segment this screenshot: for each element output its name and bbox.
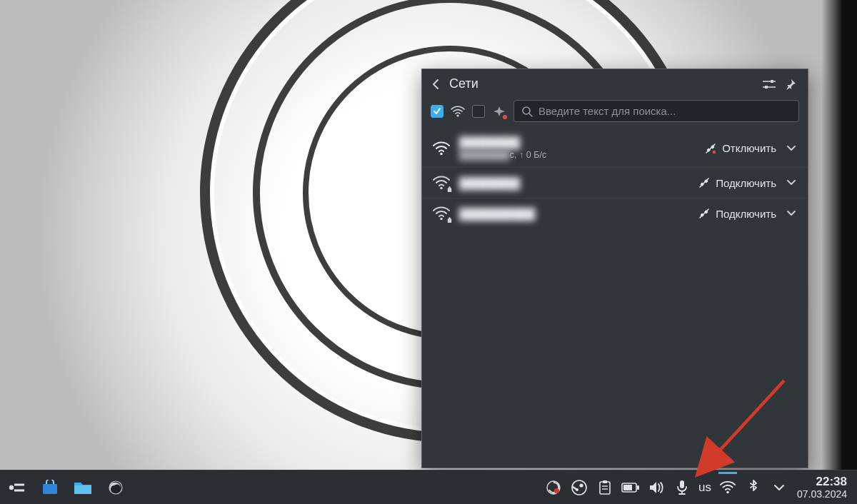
filter-row: [422, 97, 808, 129]
settings-sliders-icon[interactable]: [762, 77, 776, 91]
svg-rect-2: [771, 80, 773, 83]
tray-expand-chevron-icon[interactable]: [767, 472, 791, 503]
tray-network-icon[interactable]: [716, 472, 740, 503]
search-field[interactable]: [513, 100, 799, 122]
search-input[interactable]: [538, 105, 791, 117]
wifi-signal-icon: [432, 141, 451, 156]
app-launcher-button[interactable]: [1, 472, 33, 503]
action-label: Подключить: [716, 208, 776, 220]
connect-button[interactable]: Подключить: [698, 208, 776, 220]
svg-point-26: [554, 488, 559, 493]
taskbar: us 22:38 07.03.2024: [0, 470, 857, 504]
tray-battery-icon[interactable]: [618, 472, 643, 503]
svg-point-14: [440, 218, 443, 221]
svg-line-6: [529, 114, 532, 116]
taskbar-clock[interactable]: 22:38 07.03.2024: [793, 475, 853, 500]
svg-point-10: [713, 150, 716, 153]
network-item[interactable]: ██████████ Подключить: [422, 198, 808, 228]
expand-chevron-icon[interactable]: [785, 207, 798, 220]
tray-volume-icon[interactable]: [644, 472, 668, 503]
clock-date: 07.03.2024: [797, 488, 847, 500]
svg-rect-21: [43, 484, 57, 494]
svg-rect-35: [637, 485, 639, 490]
pinned-app-obs[interactable]: [100, 472, 131, 503]
pin-icon[interactable]: [783, 77, 798, 91]
wifi-icon: [451, 104, 465, 119]
connect-button[interactable]: Подключить: [698, 177, 776, 189]
network-applet-popup: Сети: [421, 69, 808, 468]
ethernet-filter-checkbox[interactable]: [472, 105, 485, 118]
pinned-app-store[interactable]: [34, 472, 66, 503]
pinned-app-file-manager[interactable]: [67, 472, 99, 503]
wifi-filter-checkbox[interactable]: [431, 105, 443, 118]
svg-rect-20: [14, 489, 24, 491]
tray-steam-icon[interactable]: [567, 472, 591, 503]
svg-rect-19: [14, 483, 24, 485]
wifi-signal-secure-icon: [432, 175, 451, 191]
network-ssid: ████████: [459, 177, 520, 189]
taskbar-left: [0, 472, 131, 503]
plug-disconnect-icon: [705, 143, 716, 154]
plug-connect-icon: [698, 208, 710, 219]
network-substatus: ████████с, ↑ 0 Б/с: [459, 150, 546, 160]
svg-point-18: [9, 485, 14, 489]
tray-microphone-icon[interactable]: [670, 472, 694, 503]
tray-bluetooth-icon[interactable]: [741, 472, 766, 503]
network-ssid: ██████████: [459, 208, 535, 220]
network-item[interactable]: ████████ Подключить: [422, 168, 808, 198]
tray-clipboard-icon[interactable]: [593, 472, 617, 503]
svg-point-4: [456, 114, 458, 116]
svg-point-7: [440, 152, 443, 155]
popup-title: Сети: [449, 76, 755, 91]
svg-rect-3: [765, 86, 768, 89]
disconnect-button[interactable]: Отключить: [705, 142, 776, 154]
search-icon: [521, 106, 533, 117]
svg-rect-31: [603, 480, 607, 483]
network-item-connected[interactable]: ████████ ████████с, ↑ 0 Б/с Отключить: [422, 129, 808, 168]
network-ssid: ████████: [459, 136, 546, 148]
svg-point-11: [440, 187, 443, 190]
svg-point-28: [579, 483, 583, 487]
airplane-mode-icon[interactable]: [492, 104, 506, 119]
svg-point-40: [726, 490, 729, 493]
action-label: Подключить: [716, 177, 776, 189]
svg-rect-36: [623, 485, 632, 490]
expand-chevron-icon[interactable]: [785, 142, 798, 155]
popup-header: Сети: [422, 69, 808, 97]
svg-rect-30: [600, 482, 610, 494]
svg-rect-22: [74, 485, 91, 494]
wifi-signal-secure-icon: [432, 206, 451, 221]
svg-rect-37: [680, 480, 684, 488]
wallpaper-vignette: [821, 0, 857, 470]
system-tray: us 22:38 07.03.2024: [541, 472, 853, 503]
expand-chevron-icon[interactable]: [785, 176, 798, 189]
tray-obs-recording-icon[interactable]: [541, 472, 566, 503]
network-list: ████████ ████████с, ↑ 0 Б/с Отключить: [422, 129, 808, 228]
back-button[interactable]: [429, 78, 442, 91]
tray-keyboard-layout[interactable]: us: [696, 480, 714, 495]
clock-time: 22:38: [797, 475, 847, 489]
action-label: Отключить: [722, 142, 776, 154]
plug-connect-icon: [698, 177, 710, 188]
